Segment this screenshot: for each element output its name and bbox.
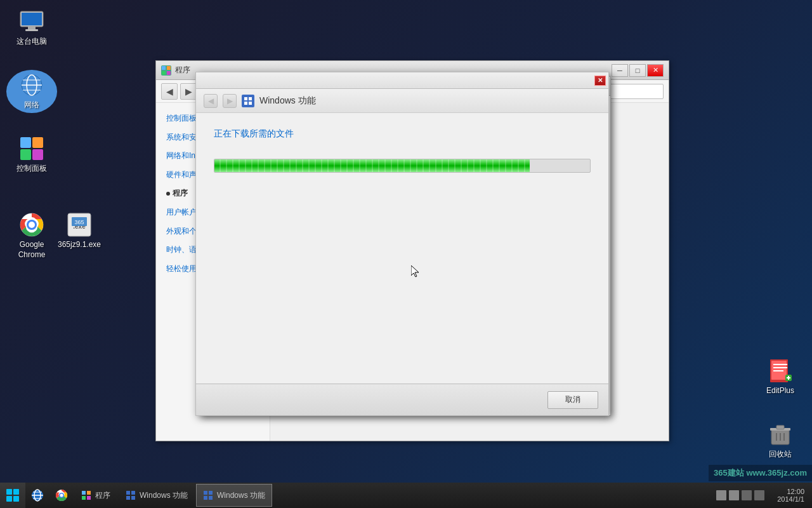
sidebar-item-4-label: 程序 <box>173 187 188 201</box>
desktop-icon-365jz[interactable]: .exe 365 365jz9.1.exe <box>54 210 105 253</box>
svg-rect-56 <box>87 491 91 495</box>
svg-point-54 <box>60 494 63 497</box>
svg-rect-64 <box>209 491 213 495</box>
progress-dialog-body: 正在下载所需的文件 <box>196 113 608 188</box>
svg-text:365: 365 <box>74 219 84 225</box>
svg-rect-46 <box>249 102 252 105</box>
progress-dialog-close-button[interactable]: ✕ <box>594 76 606 86</box>
taskbar-date: 2014/1/1 <box>777 495 804 503</box>
svg-rect-59 <box>126 491 130 495</box>
365jz-icon: .exe 365 <box>67 212 92 237</box>
taskbar-item-programs[interactable]: 程序 <box>74 484 117 507</box>
svg-rect-65 <box>204 496 207 500</box>
taskbar-chrome-button[interactable] <box>49 483 74 507</box>
progress-dialog-title: Windows 功能 <box>259 95 316 107</box>
desktop-icon-network[interactable]: 网络 <box>6 70 57 113</box>
taskbar-win-feature-2-icon <box>203 490 213 500</box>
progress-bar-stripes <box>214 159 530 172</box>
svg-rect-10 <box>32 137 43 148</box>
svg-rect-12 <box>32 149 43 160</box>
taskbar-item-win-feature-1[interactable]: Windows 功能 <box>119 484 195 507</box>
control-panel-label: 控制面板 <box>16 164 47 174</box>
progress-bar-fill <box>214 159 530 172</box>
start-sq-4 <box>13 496 19 502</box>
watermark-text: 365建站 www.365jz.com <box>714 468 807 478</box>
svg-point-16 <box>29 222 35 228</box>
progress-status-text: 正在下载所需的文件 <box>214 128 591 140</box>
desktop-icon-recycle[interactable]: 回收站 <box>755 419 806 462</box>
recycle-label: 回收站 <box>769 450 792 460</box>
editplus-icon <box>768 358 793 384</box>
progress-bar-container <box>214 159 591 173</box>
cp-title-icon <box>161 65 171 76</box>
desktop-icon-this-pc[interactable]: 这台电脑 <box>6 6 57 50</box>
taskbar-item-win-feature-2[interactable]: Windows 功能 <box>196 484 272 507</box>
progress-dialog-titlebar: ✕ <box>196 72 608 89</box>
svg-rect-43 <box>244 97 247 100</box>
svg-rect-3 <box>25 29 38 31</box>
taskbar: 程序 Windows 功能 Windows 功能 12:00 2014/1/1 <box>0 483 812 508</box>
taskbar-item-programs-label: 程序 <box>95 490 110 501</box>
cp-close-button[interactable]: ✕ <box>647 64 664 77</box>
systray-icon-2[interactable] <box>729 490 739 500</box>
svg-rect-31 <box>776 425 784 429</box>
taskbar-systray <box>711 490 769 500</box>
svg-rect-37 <box>162 71 166 75</box>
cp-window-controls: ─ □ ✕ <box>612 64 664 77</box>
control-panel-icon <box>19 136 44 161</box>
cp-window-icon <box>161 65 171 76</box>
systray-icon-3[interactable] <box>742 490 752 500</box>
taskbar-item-win-feature-2-label: Windows 功能 <box>217 490 265 501</box>
desktop-icon-control-panel[interactable]: 控制面板 <box>6 133 57 177</box>
svg-rect-57 <box>82 496 86 500</box>
watermark: 365建站 www.365jz.com <box>709 465 812 481</box>
svg-rect-55 <box>82 491 86 495</box>
systray-icon-1[interactable] <box>716 490 726 500</box>
taskbar-ie-button[interactable] <box>25 483 49 507</box>
svg-rect-36 <box>167 66 171 70</box>
progress-dialog-footer: 取消 <box>196 384 608 415</box>
progress-dialog-icon <box>242 95 254 107</box>
svg-rect-58 <box>87 496 91 500</box>
this-pc-label: 这台电脑 <box>16 37 47 47</box>
active-bullet <box>166 192 170 196</box>
svg-rect-63 <box>204 491 207 495</box>
taskbar-clock[interactable]: 12:00 2014/1/1 <box>769 488 812 503</box>
taskbar-chrome-icon <box>55 488 69 502</box>
svg-rect-9 <box>20 137 31 148</box>
cp-maximize-button[interactable]: □ <box>629 64 646 77</box>
cp-back-button[interactable]: ◀ <box>161 83 178 100</box>
start-sq-3 <box>6 496 12 502</box>
svg-rect-1 <box>22 13 42 25</box>
svg-rect-35 <box>162 66 166 70</box>
network-icon <box>19 72 44 98</box>
this-pc-icon <box>19 9 44 34</box>
svg-rect-38 <box>167 71 171 75</box>
365jz-label: 365jz9.1.exe <box>58 240 101 250</box>
progress-dialog-back-button[interactable]: ◀ <box>204 94 218 108</box>
progress-dialog-header: ◀ ▶ Windows 功能 <box>196 89 608 113</box>
start-icon <box>6 489 19 502</box>
taskbar-win-feature-1-icon <box>126 490 136 500</box>
progress-cancel-button[interactable]: 取消 <box>547 391 598 409</box>
systray-icon-4[interactable] <box>754 490 764 500</box>
desktop-icon-editplus[interactable]: EditPlus <box>755 356 806 399</box>
taskbar-item-win-feature-1-label: Windows 功能 <box>140 490 188 501</box>
ie-icon <box>30 488 44 502</box>
svg-rect-44 <box>249 97 252 100</box>
svg-rect-62 <box>131 496 135 500</box>
svg-rect-60 <box>131 491 135 495</box>
taskbar-programs-icon <box>81 490 91 500</box>
start-sq-2 <box>13 489 19 495</box>
chrome-label: Google Chrome <box>9 240 55 260</box>
start-button[interactable] <box>0 483 25 508</box>
recycle-icon <box>768 422 793 447</box>
cp-forward-button[interactable]: ▶ <box>180 83 197 100</box>
start-sq-1 <box>6 489 12 495</box>
chrome-icon <box>19 212 44 237</box>
cp-minimize-button[interactable]: ─ <box>612 64 628 77</box>
svg-rect-2 <box>28 27 36 29</box>
svg-rect-66 <box>209 496 213 500</box>
desktop-icon-chrome[interactable]: Google Chrome <box>6 210 57 262</box>
progress-dialog-forward-button[interactable]: ▶ <box>223 94 237 108</box>
